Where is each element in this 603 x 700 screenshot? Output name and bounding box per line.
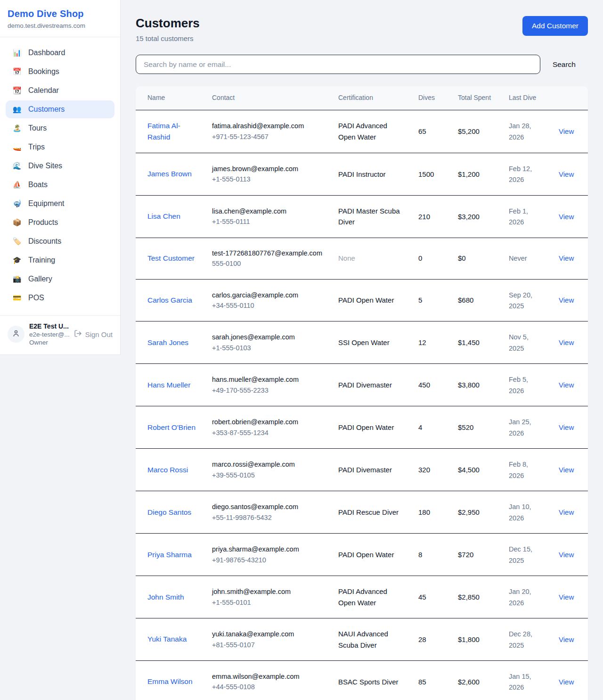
sidebar-item-pos[interactable]: 💳 POS — [6, 289, 114, 307]
sidebar-item-customers[interactable]: 👥 Customers — [6, 100, 114, 118]
page-subtitle: 15 total customers — [136, 34, 200, 42]
shop-title: Demo Dive Shop — [8, 8, 113, 19]
customer-certification: PADI Rescue Diver — [338, 508, 399, 516]
customer-name-link[interactable]: Fatima Al-Rashid — [147, 122, 180, 141]
customer-name-link[interactable]: Robert O'Brien — [147, 423, 196, 431]
customer-name-link[interactable]: Emma Wilson — [147, 677, 193, 685]
customer-certification: PADI Master Scuba Diver — [338, 207, 400, 226]
view-customer-link[interactable]: View — [559, 678, 574, 686]
sidebar-item-gallery[interactable]: 📸 Gallery — [6, 270, 114, 288]
view-customer-link[interactable]: View — [559, 593, 574, 601]
customer-name-link[interactable]: Test Customer — [147, 254, 195, 262]
sidebar-item-calendar[interactable]: 📆 Calendar — [6, 82, 114, 99]
customer-last-dive: Nov 5, 2025 — [509, 333, 529, 352]
view-customer-link[interactable]: View — [559, 635, 574, 643]
customer-phone: +39-555-0105 — [212, 470, 323, 480]
table-row: John Smith john.smith@example.com +1-555… — [136, 576, 588, 618]
customer-name-link[interactable]: Marco Rossi — [147, 466, 188, 474]
table-row: Hans Mueller hans.mueller@example.com +4… — [136, 364, 588, 406]
view-customer-link[interactable]: View — [559, 338, 574, 346]
customer-last-dive: Jan 25, 2026 — [509, 418, 531, 436]
customer-name-link[interactable]: James Brown — [147, 170, 192, 178]
customer-certification: BSAC Sports Diver — [338, 678, 399, 686]
customer-last-dive: Feb 12, 2026 — [509, 165, 532, 183]
customer-name-link[interactable]: John Smith — [147, 593, 184, 601]
customer-email: fatima.alrashid@example.com — [212, 121, 323, 131]
search-input[interactable] — [136, 55, 540, 74]
sidebar-item-bookings[interactable]: 📅 Bookings — [6, 63, 114, 81]
view-customer-link[interactable]: View — [559, 466, 574, 474]
search-button[interactable]: Search — [540, 60, 588, 69]
table-row: Test Customer test-1772681807767@example… — [136, 238, 588, 279]
customer-name-link[interactable]: Lisa Chen — [147, 212, 180, 220]
customer-name-link[interactable]: Carlos Garcia — [147, 296, 192, 304]
customer-email: james.brown@example.com — [212, 164, 323, 174]
customers-table: NameContactCertificationDivesTotal Spent… — [136, 86, 588, 700]
customer-dives: 8 — [418, 551, 422, 559]
view-customer-link[interactable]: View — [559, 254, 574, 262]
customer-dives: 450 — [418, 381, 430, 389]
dive-sites-wave-icon: 🌊 — [12, 162, 22, 170]
customer-phone: +353-87-555-1234 — [212, 428, 323, 438]
customer-email: yuki.tanaka@example.com — [212, 629, 323, 639]
table-row: Lisa Chen lisa.chen@example.com +1-555-0… — [136, 195, 588, 238]
customer-last-dive: Jan 10, 2026 — [509, 503, 531, 521]
view-customer-link[interactable]: View — [559, 381, 574, 389]
column-header-action — [551, 86, 588, 110]
calendar-icon: 📆 — [12, 86, 22, 95]
customer-phone: +55-11-99876-5432 — [212, 512, 323, 523]
customer-phone: +81-555-0107 — [212, 640, 323, 650]
customer-phone: +1-555-0103 — [212, 343, 323, 353]
customer-phone: +1-555-0111 — [212, 216, 323, 227]
customer-certification: PADI Divemaster — [338, 381, 392, 389]
view-customer-link[interactable]: View — [559, 127, 574, 135]
sidebar-item-discounts[interactable]: 🏷️ Discounts — [6, 232, 114, 250]
view-customer-link[interactable]: View — [559, 170, 574, 178]
customer-dives: 4 — [418, 423, 422, 431]
customer-name-link[interactable]: Yuki Tanaka — [147, 635, 187, 643]
dashboard-chart-icon: 📊 — [12, 49, 22, 57]
customer-last-dive: Never — [509, 255, 527, 262]
tours-island-icon: 🏝️ — [12, 124, 22, 132]
view-customer-link[interactable]: View — [559, 551, 574, 559]
column-header-contact: Contact — [204, 86, 331, 110]
view-customer-link[interactable]: View — [559, 423, 574, 431]
sidebar: Demo Dive Shop demo.test.divestreams.com… — [0, 0, 121, 355]
customer-phone: +34-555-0110 — [212, 300, 323, 311]
sidebar-item-training[interactable]: 🎓 Training — [6, 251, 114, 269]
sidebar-item-products[interactable]: 📦 Products — [6, 214, 114, 231]
sidebar-item-equipment[interactable]: 🤿 Equipment — [6, 195, 114, 213]
view-customer-link[interactable]: View — [559, 296, 574, 304]
view-customer-link[interactable]: View — [559, 508, 574, 516]
customer-dives: 28 — [418, 635, 426, 643]
sign-out-button[interactable]: Sign Out — [74, 329, 113, 339]
sidebar-item-boats[interactable]: ⛵ Boats — [6, 176, 114, 194]
customer-last-dive: Jan 20, 2026 — [509, 588, 531, 606]
sidebar-item-dive-sites[interactable]: 🌊 Dive Sites — [6, 157, 114, 175]
view-customer-link[interactable]: View — [559, 213, 574, 221]
customer-name-link[interactable]: Priya Sharma — [147, 551, 192, 559]
table-row: Fatima Al-Rashid fatima.alrashid@example… — [136, 110, 588, 153]
column-header-total_spent: Total Spent — [450, 86, 501, 110]
customer-name-link[interactable]: Hans Mueller — [147, 381, 190, 389]
table-row: Sarah Jones sarah.jones@example.com +1-5… — [136, 321, 588, 364]
bookings-calendar-icon: 📅 — [12, 67, 22, 76]
sidebar-item-trips[interactable]: 🚤 Trips — [6, 138, 114, 156]
customer-total-spent: $3,200 — [458, 213, 480, 221]
customer-total-spent: $1,450 — [458, 338, 480, 346]
customer-total-spent: $4,500 — [458, 466, 480, 474]
table-row: Carlos Garcia carlos.garcia@example.com … — [136, 279, 588, 321]
customer-phone: +49-170-555-2233 — [212, 385, 323, 395]
customer-dives: 0 — [418, 254, 422, 262]
table-row: Diego Santos diego.santos@example.com +5… — [136, 491, 588, 534]
customer-total-spent: $680 — [458, 296, 473, 304]
customer-dives: 85 — [418, 678, 426, 686]
customer-name-link[interactable]: Diego Santos — [147, 508, 191, 516]
sidebar-item-dashboard[interactable]: 📊 Dashboard — [6, 44, 114, 62]
customer-name-link[interactable]: Sarah Jones — [147, 338, 188, 346]
user-name: E2E Test U... — [29, 322, 69, 330]
gallery-camera-icon: 📸 — [12, 275, 22, 283]
add-customer-button[interactable]: Add Customer — [522, 16, 588, 36]
column-header-dives: Dives — [411, 86, 450, 110]
sidebar-item-tours[interactable]: 🏝️ Tours — [6, 119, 114, 137]
